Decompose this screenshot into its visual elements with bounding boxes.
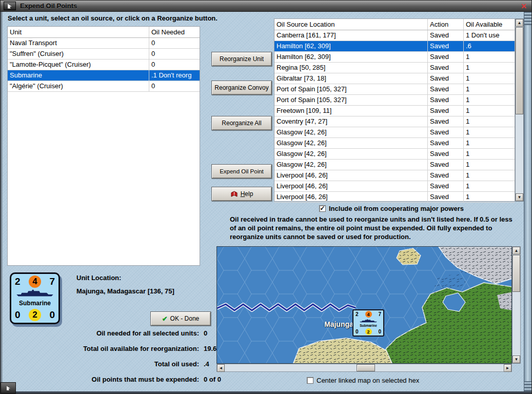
location-cell: Liverpool [46, 26] bbox=[274, 181, 428, 191]
reorganize-all-button[interactable]: Reorganize All bbox=[211, 116, 272, 130]
oil-table-row[interactable]: Hamilton [62, 309] Saved 1 bbox=[274, 52, 515, 63]
oil-table-row[interactable]: Glasgow [42, 26] Saved 1 bbox=[274, 149, 515, 160]
chevron-right-icon: ► bbox=[506, 366, 510, 370]
scroll-thumb[interactable] bbox=[516, 27, 523, 114]
map-hscroll-thumb[interactable] bbox=[357, 364, 375, 371]
action-cell: Saved bbox=[428, 63, 464, 73]
map-unit-counter[interactable]: 2 4 7 Submarine 0 2 0 bbox=[352, 309, 384, 337]
map-scroll-down-button[interactable]: ▼ bbox=[513, 356, 520, 363]
oil-table-row[interactable]: Glasgow [42, 26] Saved 1 bbox=[274, 127, 515, 138]
unit-counter: 2 4 7 Submarine 0 2 0 bbox=[10, 272, 60, 324]
unit-cell: "Lamotte-Picquet" (Cruiser) bbox=[8, 60, 149, 70]
counter-top-left: 2 bbox=[15, 276, 21, 287]
expend-oil-points-dialog: Expend Oil Points ✕ Select a unit, selec… bbox=[0, 0, 532, 394]
mini-counter-orange-badge: 4 bbox=[365, 311, 372, 318]
reorganize-convoy-button[interactable]: Reorganize Convoy bbox=[211, 81, 272, 95]
action-cell: Saved bbox=[428, 192, 464, 202]
oil-stats: Oil needed for all selected units: 0 Tot… bbox=[6, 329, 283, 391]
counter-yellow-badge: 2 bbox=[29, 309, 41, 321]
expend-oil-point-button[interactable]: Expend Oil Point bbox=[211, 164, 272, 179]
stat-row: Total oil available for reorganization: … bbox=[6, 345, 283, 352]
oil-needed-cell: 0 bbox=[149, 38, 200, 48]
available-cell: 1 bbox=[464, 106, 515, 116]
title-bar[interactable]: Expend Oil Points ✕ bbox=[1, 1, 531, 12]
map-scroll-up-button[interactable]: ▲ bbox=[513, 247, 520, 254]
action-cell: Saved bbox=[428, 41, 464, 51]
column-header-available: Oil Available bbox=[464, 19, 515, 30]
available-cell: 1 bbox=[464, 127, 515, 137]
scroll-up-button[interactable]: ▲ bbox=[516, 19, 523, 27]
close-icon[interactable]: ✕ bbox=[519, 2, 528, 11]
reorganize-unit-label: Reorganize Unit bbox=[220, 55, 264, 63]
action-cell: Saved bbox=[428, 149, 464, 159]
available-cell: 1 bbox=[464, 52, 515, 62]
unit-cell: "Algérie" (Cruiser) bbox=[8, 81, 149, 91]
unit-location-heading: Unit Location: bbox=[76, 274, 121, 282]
chevron-up-icon: ▲ bbox=[515, 248, 519, 253]
oil-table-row[interactable]: Liverpool [46, 26] Saved 1 bbox=[274, 170, 515, 181]
action-cell: Saved bbox=[428, 52, 464, 62]
help-book-icon bbox=[230, 191, 238, 198]
oil-table-row[interactable]: Hamilton [62, 309] Saved .6 bbox=[274, 41, 515, 52]
oil-table-scrollbar[interactable]: ▲ ▼ bbox=[515, 18, 524, 202]
oil-table-body: Canberra [161, 177] Saved 1 Don't use Ha… bbox=[274, 30, 515, 203]
unit-table-row[interactable]: "Lamotte-Picquet" (Cruiser) 0 bbox=[8, 60, 200, 70]
location-cell: Glasgow [42, 26] bbox=[274, 160, 428, 170]
reorganize-unit-button[interactable]: Reorganize Unit bbox=[211, 52, 272, 66]
oil-table-row[interactable]: Port of Spain [105, 327] Saved 1 bbox=[274, 95, 515, 106]
oil-table-row[interactable]: Regina [50, 285] Saved 1 bbox=[274, 63, 515, 73]
oil-table-row[interactable]: Gibraltar [73, 18] Saved 1 bbox=[274, 73, 515, 84]
include-oil-checkbox[interactable]: ✓ bbox=[319, 205, 326, 212]
unit-cell: Submarine bbox=[8, 70, 149, 81]
action-cell: Saved bbox=[428, 106, 464, 116]
unit-table-body: Naval Transport 0 "Suffren" (Cruiser) 0 … bbox=[8, 38, 200, 92]
ok-done-button[interactable]: ✔ OK - Done bbox=[150, 311, 211, 326]
stat-label: Oil needed for all selected units: bbox=[6, 329, 199, 337]
center-map-label: Center linked map on selected hex bbox=[317, 377, 419, 384]
map-vertical-scrollbar[interactable]: ▲ ▼ bbox=[512, 246, 521, 364]
stat-value: 19.6 bbox=[204, 345, 216, 352]
unit-table-row[interactable]: Naval Transport 0 bbox=[8, 38, 200, 49]
ship-silhouette-icon bbox=[15, 289, 55, 298]
available-cell: 1 bbox=[464, 170, 515, 181]
mini-counter-bottom-center: 2 bbox=[367, 329, 369, 334]
map-vscroll-thumb[interactable] bbox=[513, 255, 520, 292]
action-cell: Saved bbox=[428, 73, 464, 84]
help-button[interactable]: Help bbox=[211, 187, 272, 201]
available-cell: 1 bbox=[464, 192, 515, 202]
available-cell: 1 bbox=[464, 63, 515, 73]
oil-table-row[interactable]: Liverpool [46, 26] Saved 1 bbox=[274, 192, 515, 203]
scroll-down-button[interactable]: ▼ bbox=[516, 193, 523, 201]
location-cell: Hamilton [62, 309] bbox=[274, 52, 428, 62]
expend-oil-point-label: Expend Oil Point bbox=[220, 168, 264, 174]
action-cell: Saved bbox=[428, 30, 464, 41]
oil-table-row[interactable]: Coventry [47, 27] Saved 1 bbox=[274, 116, 515, 127]
oil-table-header: Oil Source Location Action Oil Available bbox=[274, 19, 515, 30]
oil-table-row[interactable]: Glasgow [42, 26] Saved 1 bbox=[274, 138, 515, 149]
counter-bottom-center: 2 bbox=[32, 310, 37, 320]
map-scroll-right-button[interactable]: ► bbox=[504, 364, 511, 372]
oil-table-row[interactable]: Liverpool [46, 26] Saved 1 bbox=[274, 181, 515, 192]
oil-rules-note: Oil received in trade cannot be used to … bbox=[230, 215, 518, 241]
oil-table-row[interactable]: Canberra [161, 177] Saved 1 Don't use bbox=[274, 30, 515, 41]
oil-table-row[interactable]: Port of Spain [105, 327] Saved 1 bbox=[274, 84, 515, 95]
center-map-checkbox[interactable]: ✓ bbox=[307, 377, 313, 384]
counter-bottom-left: 0 bbox=[15, 309, 21, 321]
mini-counter-top-left: 2 bbox=[356, 311, 359, 317]
counter-orange-badge: 4 bbox=[29, 275, 41, 288]
unit-table-row[interactable]: "Suffren" (Cruiser) 0 bbox=[8, 49, 200, 60]
oil-table-row[interactable]: Glasgow [42, 26] Saved 1 bbox=[274, 160, 515, 170]
location-cell: Canberra [161, 177] bbox=[274, 30, 428, 41]
location-cell: Liverpool [46, 26] bbox=[274, 192, 428, 202]
unit-table-row[interactable]: "Algérie" (Cruiser) 0 bbox=[8, 81, 200, 92]
stat-value: .4 bbox=[204, 360, 209, 368]
chevron-down-icon: ▼ bbox=[515, 357, 519, 362]
stat-row: Oil points that must be expended: 0 of 0 bbox=[6, 376, 283, 383]
column-header-location: Oil Source Location bbox=[274, 19, 428, 30]
oil-needed-cell: .1 Don't reorg bbox=[149, 70, 200, 81]
available-cell: 1 bbox=[464, 160, 515, 170]
oil-table-row[interactable]: Freetown [109, 11] Saved 1 bbox=[274, 106, 515, 116]
unit-table-row[interactable]: Submarine .1 Don't reorg bbox=[8, 70, 200, 81]
action-cell: Saved bbox=[428, 127, 464, 137]
location-cell: Port of Spain [105, 327] bbox=[274, 84, 428, 94]
